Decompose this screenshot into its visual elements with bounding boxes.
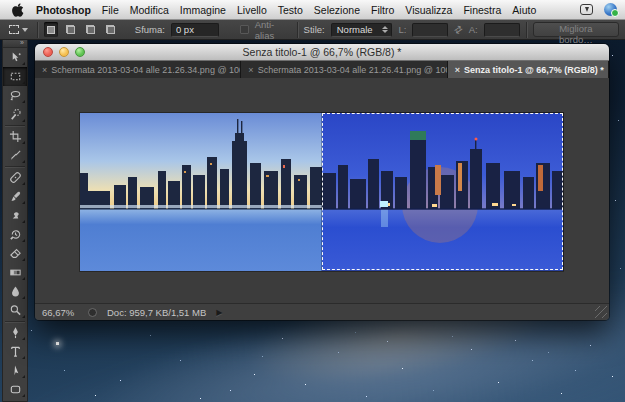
status-bar: 66,67% Doc: 959,7 KB/1,51 MB ▶ (35, 303, 609, 320)
style-label: Stile: (304, 24, 325, 35)
bright-star (56, 342, 59, 345)
zoom-button[interactable] (75, 47, 85, 57)
lasso-tool[interactable] (3, 86, 27, 105)
gradient-tool[interactable] (3, 263, 27, 282)
document-tabbar: × Schermata 2013-03-04 alle 21.26.34.png… (35, 61, 609, 78)
menu-photoshop[interactable]: Photoshop (36, 4, 91, 16)
blur-tool[interactable] (3, 282, 27, 301)
height-label: A: (469, 24, 478, 35)
style-value: Normale (337, 24, 377, 35)
doc-size-label: Doc: 959,7 KB/1,51 MB (107, 307, 206, 318)
rectangular-marquee-icon (9, 25, 19, 34)
menu-modifica[interactable]: Modifica (130, 4, 169, 16)
swap-dimensions-icon[interactable]: ⇄ (452, 23, 465, 37)
shape-tool[interactable] (3, 380, 27, 399)
menu-livello[interactable]: Livello (237, 4, 267, 16)
crop-tool[interactable] (3, 127, 27, 146)
input-menu-icon[interactable] (580, 4, 593, 15)
window-title: Senza titolo-1 @ 66,7% (RGB/8) * (35, 46, 609, 58)
close-icon[interactable]: × (455, 65, 460, 75)
brush-tool[interactable] (3, 187, 27, 206)
refine-edge-button[interactable]: Migliora bordo… (533, 22, 619, 37)
subtract-selection-icon (86, 25, 95, 34)
close-icon[interactable]: × (248, 65, 253, 75)
intersect-selection-icon (106, 25, 115, 34)
type-tool[interactable] (3, 342, 27, 361)
tab-label: Senza titolo-1 @ 66,7% (RGB/8) * (464, 65, 604, 75)
menu-immagine[interactable]: Immagine (180, 4, 226, 16)
selection-marquee (322, 113, 564, 270)
eraser-tool[interactable] (3, 244, 27, 263)
apple-menu-icon[interactable] (12, 3, 25, 17)
move-tool[interactable] (3, 48, 27, 67)
sync-check-icon[interactable] (604, 3, 617, 16)
feather-input[interactable] (171, 23, 219, 37)
separator (5, 321, 25, 322)
tab-schermata-2[interactable]: × Schermata 2013-03-04 alle 21.26.41.png… (241, 61, 447, 78)
separator (37, 22, 38, 38)
tool-preset-picker[interactable] (6, 23, 31, 36)
tab-senza-titolo[interactable]: × Senza titolo-1 @ 66,7% (RGB/8) * (448, 61, 609, 78)
width-label: L: (398, 24, 406, 35)
status-circle-icon (88, 308, 97, 317)
collapse-panel-icon[interactable]: » (3, 39, 27, 48)
add-selection-icon (66, 25, 75, 34)
menu-visualizza[interactable]: Visualizza (405, 4, 452, 16)
eyedropper-tool[interactable] (3, 146, 27, 165)
separator (297, 22, 298, 38)
rectangular-marquee-tool[interactable] (3, 67, 27, 86)
menu-finestra[interactable]: Finestra (463, 4, 501, 16)
close-icon[interactable]: × (42, 65, 47, 75)
feather-label: Sfuma: (135, 24, 165, 35)
document-window: Senza titolo-1 @ 66,7% (RGB/8) * × Scher… (35, 44, 609, 320)
new-selection-icon (47, 26, 55, 34)
options-bar: Sfuma: Anti-alias Stile: Normale L: ⇄ A:… (0, 20, 625, 40)
intersect-selection-button[interactable] (103, 22, 117, 37)
minimize-button[interactable] (59, 47, 69, 57)
history-brush-tool[interactable] (3, 225, 27, 244)
style-select[interactable]: Normale (331, 23, 393, 37)
canvas-area[interactable] (35, 78, 609, 303)
separator (526, 22, 527, 38)
tab-schermata-1[interactable]: × Schermata 2013-03-04 alle 21.26.34.png… (35, 61, 241, 78)
add-to-selection-button[interactable] (64, 22, 78, 37)
tools-panel: » (2, 38, 28, 402)
subtract-from-selection-button[interactable] (84, 22, 98, 37)
clone-stamp-tool[interactable] (3, 206, 27, 225)
close-button[interactable] (43, 47, 53, 57)
pen-tool[interactable] (3, 323, 27, 342)
path-selection-tool[interactable] (3, 361, 27, 380)
stepper-icon (382, 26, 388, 33)
healing-brush-tool[interactable] (3, 168, 27, 187)
chevron-down-icon (22, 28, 28, 32)
tab-label: Schermata 2013-03-04 alle 21.26.41.png @… (258, 65, 448, 75)
resize-grip[interactable] (595, 306, 607, 318)
menu-bar: Photoshop File Modifica Immagine Livello… (0, 0, 625, 20)
menu-filtro[interactable]: Filtro (371, 4, 394, 16)
tab-label: Schermata 2013-03-04 alle 21.26.34.png @… (51, 65, 241, 75)
separator (5, 125, 25, 126)
new-selection-button[interactable] (44, 22, 58, 37)
traffic-lights (43, 44, 85, 60)
dodge-tool[interactable] (3, 301, 27, 320)
status-popup-arrow-icon[interactable]: ▶ (216, 308, 222, 317)
canvas-image[interactable] (80, 113, 563, 271)
width-input[interactable] (412, 23, 448, 37)
antialias-label: Anti-alias (255, 19, 291, 41)
zoom-level-field[interactable]: 66,67% (42, 307, 78, 318)
menu-file[interactable]: File (102, 4, 119, 16)
quick-selection-tool[interactable] (3, 105, 27, 124)
antialias-checkbox[interactable] (240, 25, 248, 34)
menu-testo[interactable]: Testo (278, 4, 303, 16)
menu-selezione[interactable]: Selezione (314, 4, 360, 16)
separator (5, 166, 25, 167)
height-input[interactable] (484, 23, 520, 37)
menu-aiuto[interactable]: Aiuto (512, 4, 536, 16)
window-titlebar[interactable]: Senza titolo-1 @ 66,7% (RGB/8) * (35, 44, 609, 61)
